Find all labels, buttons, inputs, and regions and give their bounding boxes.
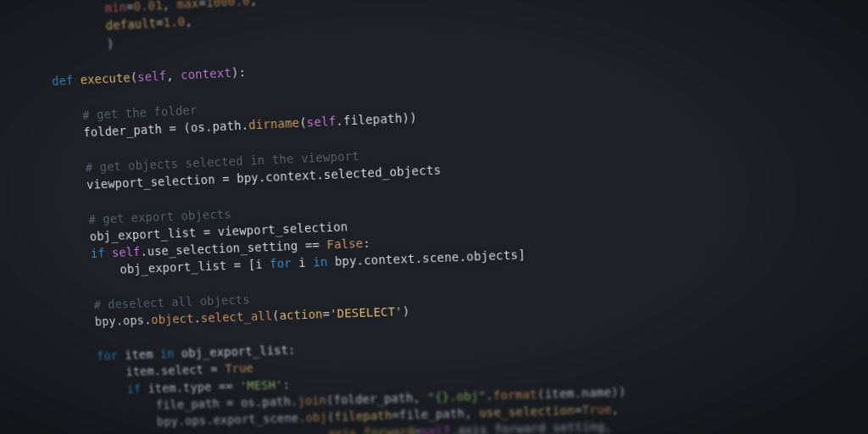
code-token: item [147,381,176,395]
code-token: filepath [334,409,392,424]
code-token: bpy [335,254,357,269]
code-token: 'MESH' [240,377,283,392]
code-token: use_selection [479,403,575,420]
code-token: ) [402,304,409,318]
code-token: selected_objects [323,163,441,181]
code-token: ) [107,36,114,51]
code-token: os [241,395,256,409]
code-token: ): [231,65,247,80]
code-token: "{}.obj" [427,389,486,404]
code-token: execute [80,70,131,86]
code-token: )) [402,110,417,125]
code-token: folder_path [83,122,170,140]
code-token: axis_forward_setting [458,420,605,434]
code-token: obj_export_list [89,225,203,243]
code-token: format [493,387,537,403]
code-token: self [137,69,167,84]
code-token: select [161,363,211,378]
code-token: , [465,406,480,420]
code-token: bpy [94,314,116,329]
code-token: , [166,68,181,82]
code-token: item [125,364,154,379]
code-token: for [97,348,125,363]
code-token: for [270,256,299,270]
editor-viewport: min=0.01, max=1000.0, default=1.0, ) def… [0,0,868,434]
code-token: item [544,387,574,401]
code-token: i [298,256,314,270]
code-token: , [249,0,257,8]
code-token: = [233,259,248,273]
code-token: in [313,255,335,270]
code-token: ops [185,414,207,427]
code-token: join [298,393,327,408]
code-token: object [151,312,194,327]
code-token: folder_path [333,391,413,407]
code-token: name [581,385,611,399]
code-token: True [225,361,253,376]
code-token: export_scene [213,411,298,427]
code-token: file_path [156,396,227,411]
code-token: False [326,236,364,252]
code-token: context [364,252,415,267]
code-token: 'DESELECT' [330,304,403,320]
code-token: file_path [399,407,465,422]
code-token: objects [466,248,519,264]
code-token: 0.01 [133,0,163,14]
code-token: , [604,420,612,433]
code-token: = [169,121,184,136]
code-token: True [581,403,611,417]
code-token: bpy [236,170,259,185]
code-token: == [304,238,326,253]
code-token: self [421,424,451,434]
code-token: = [203,225,219,239]
code-token: bpy [157,415,179,428]
tilted-code-stage: min=0.01, max=1000.0, default=1.0, ) def… [0,0,868,434]
code-token: i [255,258,270,272]
code-token: self [112,245,141,259]
code-token: axis_forward [328,425,415,434]
code-token: path [212,119,242,134]
code-token: def [52,73,81,88]
code-token: , [611,403,619,416]
code-token: )) [611,385,626,399]
code-block[interactable]: min=0.01, max=1000.0, default=1.0, ) def… [0,0,868,434]
code-token: default [105,16,156,33]
code-token: = [226,396,242,409]
code-token: scene [422,250,459,265]
code-token: : [288,342,296,356]
code-token: self [307,114,337,130]
code-token: action [279,308,323,323]
code-token: select_all [201,309,273,326]
code-token: = [210,362,225,376]
code-token: ] [518,248,526,262]
code-token: obj [305,410,327,425]
code-token: ops [123,314,145,328]
code-token: : [363,236,370,251]
code-token: filepath [343,111,403,128]
code-token: context [265,168,317,184]
code-token: , [162,0,177,12]
code-token: obj_export_list [181,343,289,360]
code-token: obj_export_list [120,259,234,276]
code-token: : [282,377,290,391]
code-token: == [218,379,240,393]
code-token: type [183,380,220,394]
code-token: os [191,120,206,135]
code-token: min [104,0,126,15]
code-token: if [126,381,148,395]
code-token: if [91,246,113,260]
code-token: , [413,391,428,404]
code-token: in [160,347,182,361]
code-token: 1000.0 [206,0,250,9]
code-token: context [181,66,232,82]
code-token: = [222,171,237,186]
code-token: item [125,348,160,362]
code-token: dirname [248,116,300,132]
code-token: 1.0 [163,14,185,30]
code-token: , [185,14,192,29]
code-token: max [176,0,199,11]
code-token: path [262,394,291,409]
